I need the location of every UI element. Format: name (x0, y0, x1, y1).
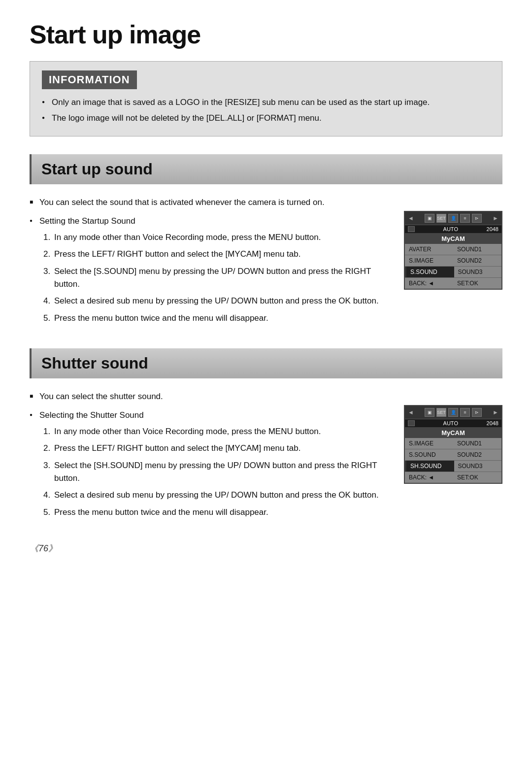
cam-icon-person: 👤 (448, 214, 458, 223)
cam-topbar-1: ◄ ▣ SET 👤 ≡ ⊳ ► (405, 212, 501, 225)
info-item-2: The logo image will not be deleted by th… (42, 112, 490, 125)
cam-cell-simage2: S.IMAGE (405, 438, 453, 449)
cam-rec-icon-2 (408, 420, 415, 426)
cam-auto-2: AUTO (443, 420, 458, 426)
cam-icons-1: ▣ SET 👤 ≡ ⊳ (425, 214, 482, 223)
shutter-sound-section: You can select the shutter sound. Select… (30, 390, 502, 523)
cam-status-1: AUTO 2048 (405, 225, 501, 234)
cam-topbar-2: ◄ ▣ SET 👤 ≡ ⊳ ► (405, 406, 501, 419)
shutter-step-3: Select the [SH.SOUND] menu by pressing t… (43, 459, 384, 485)
cam-cell-sound3: SOUND3 (454, 267, 502, 277)
startup-step-2: Press the LEFT/ RIGHT button and select … (43, 248, 384, 261)
cam-cell-setok1: SET:OK (453, 278, 501, 289)
cam-row-2-4: BACK: ◄ SET:OK (405, 472, 501, 483)
cam-row-1-2: S.IMAGE SOUND2 (405, 255, 501, 267)
cam-cell-sound1: SOUND1 (453, 244, 501, 255)
startup-step-3: Select the [S.SOUND] menu by pressing th… (43, 265, 384, 291)
cam-cell-sound2: SOUND2 (453, 255, 501, 266)
info-header: INFORMATION (42, 70, 137, 89)
cam-icon-set: SET (436, 214, 446, 223)
shutter-sound-header: Shutter sound (30, 348, 502, 378)
cam-left-arrow-1: ◄ (408, 215, 414, 222)
cam-cell-simage: S.IMAGE (405, 255, 453, 266)
cam-cell-setok2: SET:OK (453, 472, 501, 483)
cam-cell-back2: BACK: ◄ (405, 472, 453, 483)
cam-cell-back1: BACK: ◄ (405, 278, 453, 289)
cam-cell-sound3b: SOUND3 (454, 461, 502, 472)
cam-left-arrow-2: ◄ (408, 409, 414, 416)
cam-title-2: MyCAM (405, 428, 501, 438)
cam-icon-arrow2: ⊳ (472, 408, 482, 417)
cam-icon-misc: ≡ (460, 214, 470, 223)
cam-icon-film: ▣ (425, 214, 434, 223)
info-list: Only an image that is saved as a LOGO in… (42, 96, 490, 124)
startup-step-1: In any mode other than Voice Recording m… (43, 231, 384, 244)
shutter-sound-title: Shutter sound (41, 354, 493, 372)
startup-step-5: Press the menu button twice and the menu… (43, 312, 384, 325)
cam-icon-film2: ▣ (425, 408, 434, 417)
cam-auto-1: AUTO (443, 226, 458, 232)
cam-row-2-3: SH.SOUND SOUND3 (405, 461, 501, 472)
cam-rec-icon-1 (408, 226, 415, 232)
cam-title-1: MyCAM (405, 234, 501, 244)
cam-icon-set2: SET (436, 408, 446, 417)
shutter-step-4: Select a desired sub menu by pressing th… (43, 489, 384, 502)
shutter-sound-sub-bullet: Selecting the Shutter Sound (30, 409, 384, 422)
cam-cell-sound1b: SOUND1 (453, 438, 501, 449)
startup-sound-text: You can select the sound that is activat… (30, 196, 384, 329)
shutter-sound-main-bullet: You can select the shutter sound. (30, 390, 384, 403)
cam-icon-person2: 👤 (448, 408, 458, 417)
cam-row-1-3: S.SOUND SOUND3 (405, 267, 501, 278)
cam-cell-avater: AVATER (405, 244, 453, 255)
startup-sound-sub-bullet: Setting the Startup Sound (30, 215, 384, 228)
page-title: Start up image (30, 20, 502, 49)
cam-row-1-4: BACK: ◄ SET:OK (405, 278, 501, 289)
startup-sound-title: Start up sound (41, 160, 493, 178)
cam-cell-ssound-hl: S.SOUND (405, 267, 454, 277)
cam-row-2-2: S.SOUND SOUND2 (405, 449, 501, 461)
cam-status-2: AUTO 2048 (405, 419, 501, 428)
cam-row-2-1: S.IMAGE SOUND1 (405, 438, 501, 449)
shutter-sound-steps: In any mode other than Voice Recording m… (30, 425, 384, 519)
startup-sound-section: You can select the sound that is activat… (30, 196, 502, 329)
cam-icon-misc2: ≡ (460, 408, 470, 417)
cam-icon-arrow: ⊳ (472, 214, 482, 223)
startup-sound-main-bullet: You can select the sound that is activat… (30, 196, 384, 209)
cam-menu-2: S.IMAGE SOUND1 S.SOUND SOUND2 SH.SOUND S… (405, 438, 501, 483)
information-box: INFORMATION Only an image that is saved … (30, 61, 502, 136)
cam-menu-1: AVATER SOUND1 S.IMAGE SOUND2 S.SOUND SOU… (405, 244, 501, 289)
cam-cell-shsound-hl: SH.SOUND (405, 461, 454, 472)
shutter-step-1: In any mode other than Voice Recording m… (43, 425, 384, 438)
startup-sound-steps: In any mode other than Voice Recording m… (30, 231, 384, 325)
info-item-1: Only an image that is saved as a LOGO in… (42, 96, 490, 109)
cam-right-arrow-1: ► (493, 215, 499, 222)
cam-right-arrow-2: ► (493, 409, 499, 416)
startup-sound-header: Start up sound (30, 154, 502, 184)
shutter-step-5: Press the menu button twice and the menu… (43, 506, 384, 519)
startup-step-4: Select a desired sub menu by pressing th… (43, 295, 384, 307)
cam-row-1-1: AVATER SOUND1 (405, 244, 501, 255)
cam-num-1: 2048 (487, 226, 499, 232)
cam-icons-2: ▣ SET 👤 ≡ ⊳ (425, 408, 482, 417)
cam-num-2: 2048 (487, 420, 499, 426)
cam-cell-sound2b: SOUND2 (453, 449, 501, 460)
shutter-step-2: Press the LEFT/ RIGHT button and select … (43, 442, 384, 455)
startup-camera-ui: ◄ ▣ SET 👤 ≡ ⊳ ► AUTO 2048 MyCAM AVATER S… (404, 211, 502, 290)
shutter-sound-text: You can select the shutter sound. Select… (30, 390, 384, 523)
shutter-camera-ui: ◄ ▣ SET 👤 ≡ ⊳ ► AUTO 2048 MyCAM S.IMAGE … (404, 405, 502, 484)
cam-cell-ssound2: S.SOUND (405, 449, 453, 460)
page-footer: 《76》 (30, 542, 502, 554)
